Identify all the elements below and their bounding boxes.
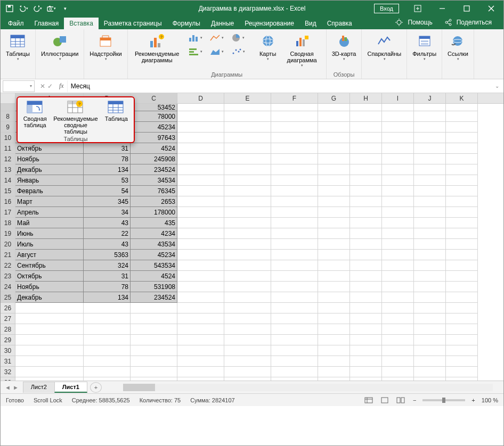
cell[interactable] (446, 133, 478, 143)
cell[interactable]: 134 (84, 292, 131, 303)
cell[interactable] (318, 303, 350, 313)
cell[interactable] (414, 186, 446, 196)
cell[interactable] (177, 250, 224, 260)
cell[interactable] (446, 104, 478, 111)
cell[interactable] (414, 154, 446, 164)
cell[interactable] (15, 335, 84, 345)
cell[interactable] (382, 335, 414, 345)
undo-icon[interactable]: ▾ (19, 4, 28, 13)
row-header[interactable]: 15 (1, 186, 15, 196)
cell[interactable] (350, 250, 382, 260)
cell[interactable] (350, 154, 382, 164)
cell[interactable] (177, 207, 224, 218)
cell[interactable] (177, 218, 224, 228)
cell[interactable] (15, 324, 84, 335)
cell[interactable] (446, 324, 478, 335)
cell[interactable]: Ноябрь (15, 282, 84, 292)
cell[interactable]: 97643 (131, 133, 177, 143)
row-header[interactable]: 17 (1, 207, 15, 218)
cell[interactable] (382, 324, 414, 335)
cell[interactable] (271, 239, 318, 250)
cell[interactable] (350, 239, 382, 250)
cell[interactable] (224, 196, 271, 207)
cell[interactable] (318, 164, 350, 175)
cell[interactable]: 435 (131, 218, 177, 228)
cell[interactable] (414, 239, 446, 250)
cell[interactable] (318, 335, 350, 345)
cell[interactable] (177, 239, 224, 250)
zoom-out-button[interactable]: − (411, 397, 418, 403)
sheet-nav-prev-icon[interactable]: ◄ (5, 384, 11, 391)
scatter-chart-icon[interactable]: ▾ (228, 45, 248, 58)
cell[interactable] (382, 250, 414, 260)
cell[interactable] (414, 345, 446, 356)
cell[interactable] (271, 143, 318, 154)
tab-вставка[interactable]: Вставка (64, 18, 99, 29)
cell[interactable] (224, 111, 271, 122)
fx-icon[interactable]: fx (56, 82, 67, 90)
sparklines-button[interactable]: Спарклайны▾ (365, 31, 403, 62)
cell[interactable] (318, 122, 350, 133)
bar-chart-icon[interactable]: ▾ (185, 45, 206, 58)
cell[interactable] (350, 282, 382, 292)
cell[interactable] (224, 104, 271, 111)
cell[interactable] (271, 133, 318, 143)
cell[interactable] (446, 207, 478, 218)
cell[interactable]: 2653 (131, 196, 177, 207)
cell[interactable] (318, 324, 350, 335)
cell[interactable] (131, 345, 177, 356)
cell[interactable]: 34 (84, 207, 131, 218)
cell[interactable] (446, 111, 478, 122)
cell[interactable] (350, 122, 382, 133)
cell[interactable] (382, 133, 414, 143)
cell[interactable] (224, 324, 271, 335)
enter-formula-icon[interactable]: ✓ (47, 82, 53, 90)
cell[interactable] (271, 345, 318, 356)
row-header[interactable]: 30 (1, 345, 15, 356)
cell[interactable] (271, 218, 318, 228)
cell[interactable]: 531908 (131, 282, 177, 292)
cell[interactable] (414, 260, 446, 271)
row-header[interactable]: 33 (1, 377, 15, 381)
column-header-E[interactable]: E (224, 93, 271, 103)
cell[interactable] (414, 377, 446, 381)
cell[interactable]: 245908 (131, 154, 177, 164)
cell[interactable] (84, 303, 131, 313)
cell[interactable] (318, 292, 350, 303)
cell[interactable] (350, 345, 382, 356)
cell[interactable] (350, 367, 382, 377)
cell[interactable] (177, 367, 224, 377)
cell[interactable]: Март (15, 196, 84, 207)
cell[interactable] (446, 282, 478, 292)
cell[interactable] (271, 292, 318, 303)
cell[interactable] (446, 303, 478, 313)
cell[interactable] (84, 335, 131, 345)
row-header[interactable]: 9 (1, 122, 15, 133)
cell[interactable] (271, 260, 318, 271)
cell[interactable] (177, 133, 224, 143)
cell[interactable]: Декабрь (15, 292, 84, 303)
add-sheet-button[interactable]: + (90, 382, 102, 393)
cell[interactable] (382, 367, 414, 377)
column-chart-icon[interactable]: ▾ (185, 31, 206, 44)
save-icon[interactable] (5, 4, 14, 13)
cell[interactable] (224, 154, 271, 164)
minimize-button[interactable] (430, 1, 454, 16)
cell[interactable] (414, 218, 446, 228)
cell[interactable]: Август (15, 250, 84, 260)
cell[interactable] (271, 282, 318, 292)
cell[interactable]: 54 (84, 186, 131, 196)
cell[interactable] (224, 271, 271, 282)
cell[interactable]: 43534 (131, 239, 177, 250)
cell[interactable]: 78000 (131, 111, 177, 122)
cell[interactable]: Апрель (15, 207, 84, 218)
cell[interactable] (382, 207, 414, 218)
cell[interactable] (382, 313, 414, 324)
cell[interactable]: 5363 (84, 250, 131, 260)
cell[interactable] (131, 324, 177, 335)
cell[interactable] (271, 154, 318, 164)
cell[interactable] (414, 228, 446, 239)
cell[interactable] (382, 196, 414, 207)
tables-button[interactable]: Таблицы▾ (4, 31, 32, 62)
row-header[interactable]: 21 (1, 250, 15, 260)
